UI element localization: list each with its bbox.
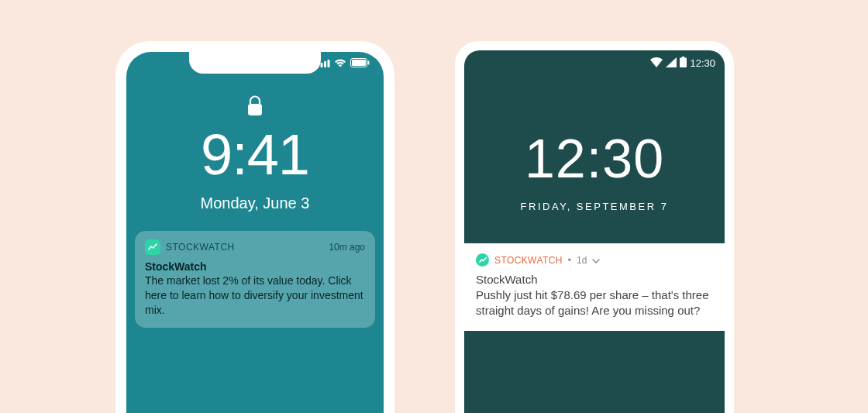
android-notification-card[interactable]: STOCKWATCH • 1d StockWatch Pushly just h…: [464, 243, 725, 331]
notification-age: 1d: [577, 255, 587, 266]
svg-rect-7: [248, 104, 262, 115]
notification-body: Pushly just hit $78.69 per share – that'…: [476, 287, 713, 319]
ios-phone-frame: 9:41 Monday, June 3 STOCKWATCH 10m ago S…: [115, 41, 394, 413]
notification-app-name: STOCKWATCH: [166, 242, 323, 253]
android-phone-frame: 12:30 12:30 FRIDAY, SEPTEMBER 7 STOCKWAT…: [455, 41, 734, 413]
notification-app-name: STOCKWATCH: [494, 255, 563, 266]
svg-rect-1: [321, 63, 323, 67]
stockwatch-app-icon: [476, 253, 489, 267]
status-bar-time: 12:30: [690, 57, 715, 69]
svg-rect-5: [352, 60, 366, 66]
notification-title: StockWatch: [145, 260, 365, 273]
lock-screen-time: 9:41: [126, 122, 384, 188]
svg-rect-2: [324, 61, 326, 67]
notification-header: STOCKWATCH 10m ago: [145, 239, 365, 255]
lock-screen-date: Monday, June 3: [126, 194, 384, 212]
notification-age: 10m ago: [329, 242, 365, 253]
svg-rect-6: [368, 61, 370, 65]
notification-body: The market lost 2% of its value today. C…: [145, 274, 365, 318]
battery-icon: [680, 57, 687, 70]
lock-icon: [247, 95, 263, 120]
ios-lock-screen: 9:41 Monday, June 3 STOCKWATCH 10m ago S…: [126, 52, 384, 413]
svg-rect-8: [680, 58, 687, 68]
chevron-down-icon[interactable]: [592, 255, 600, 266]
lock-screen-date: FRIDAY, SEPTEMBER 7: [464, 201, 725, 212]
separator-dot: •: [568, 255, 571, 266]
svg-rect-3: [328, 60, 330, 67]
notification-header: STOCKWATCH • 1d: [476, 253, 713, 267]
android-lock-screen: 12:30 12:30 FRIDAY, SEPTEMBER 7 STOCKWAT…: [464, 50, 725, 413]
wifi-icon: [650, 57, 663, 70]
stockwatch-app-icon: [145, 239, 160, 255]
svg-rect-9: [682, 57, 685, 58]
ios-status-bar: [317, 57, 370, 71]
lock-screen-time: 12:30: [464, 128, 725, 190]
ios-notification-card[interactable]: STOCKWATCH 10m ago StockWatch The market…: [135, 231, 375, 328]
wifi-icon: [334, 57, 346, 71]
battery-icon: [350, 57, 370, 71]
signal-icon: [666, 57, 677, 70]
notification-title: StockWatch: [476, 273, 713, 286]
android-status-bar: 12:30: [650, 57, 715, 70]
ios-notch: [189, 52, 321, 74]
